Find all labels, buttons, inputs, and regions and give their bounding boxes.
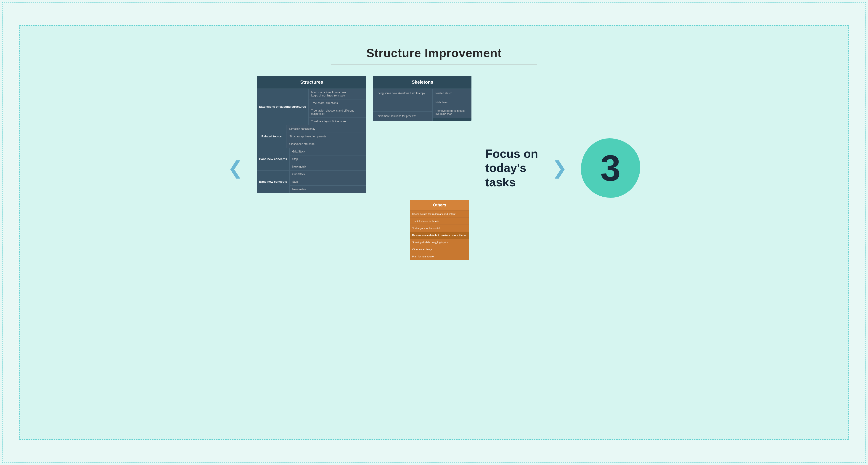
list-item: Check details for trademark and patent — [410, 210, 469, 217]
section-items-1: Mind map - lines from a pointLogic chart… — [309, 89, 367, 125]
number-circle: 3 — [581, 138, 640, 198]
skeletons-left-col: Trying some new skeletons hard to copy T… — [373, 89, 433, 121]
list-item: Plan for near future — [410, 253, 469, 260]
list-item: Mind map - lines from a pointLogic chart… — [309, 89, 367, 99]
list-item: Trying some new skeletons hard to copy — [373, 89, 432, 98]
list-item: Step — [290, 178, 367, 186]
list-item: Close/open structure — [286, 140, 366, 148]
list-item: Tree table - directions and different co… — [309, 107, 367, 118]
structures-table: Structures Extensions of existing struct… — [257, 76, 366, 193]
list-item: Struct range based on parents — [286, 133, 366, 140]
skeletons-table: Skeletons Trying some new skeletons hard… — [373, 76, 471, 121]
list-item: Test alignment horizontal — [410, 225, 469, 232]
list-item: Be sure some details in custom colour th… — [410, 232, 469, 239]
top-tables: Structures Extensions of existing struct… — [257, 76, 471, 193]
skeletons-right-col: Nested struct Hide lines Remove borders … — [433, 89, 471, 121]
tables-container: Structures Extensions of existing struct… — [257, 76, 471, 260]
left-nav-arrow[interactable]: ❮ — [228, 159, 243, 177]
focus-line1: Focus on — [485, 147, 538, 160]
list-item: Think more solutions for preview — [373, 112, 432, 121]
page-title: Structure Improvement — [20, 46, 848, 60]
section-items-2: Direction consistency Struct range based… — [286, 125, 366, 148]
list-item: Grid/Stack — [290, 171, 367, 178]
others-header: Others — [410, 200, 469, 210]
list-item: New matrix — [290, 186, 367, 193]
list-item: Grid/Stack — [290, 148, 367, 155]
right-nav-arrow[interactable]: ❯ — [552, 159, 567, 177]
section-label-1: Extensions of existing structures — [257, 89, 308, 125]
focus-line2: today's — [485, 161, 526, 174]
section-items-3: Grid/Stack Step New matrix — [290, 148, 367, 171]
structures-section-3: Band new concepts Grid/Stack Step New ma… — [257, 148, 366, 171]
focus-text: Focus on today's tasks — [485, 147, 538, 189]
structures-section-4: Band new concepts Grid/Stack Step New ma… — [257, 171, 366, 193]
right-section: Focus on today's tasks ❯ 3 — [485, 138, 640, 198]
title-area: Structure Improvement — [20, 26, 848, 76]
section-label-4: Band new concepts — [257, 171, 289, 193]
others-table: Others Check details for trademark and p… — [410, 200, 469, 260]
skeletons-header: Skeletons — [373, 76, 471, 89]
title-divider — [331, 64, 537, 64]
list-item: New matrix — [290, 163, 367, 170]
list-item — [373, 98, 432, 112]
list-item: Tree chart - directions — [309, 99, 367, 107]
structures-header: Structures — [257, 76, 366, 89]
content-area: ❮ Structures Extensions of existing stru… — [20, 76, 848, 260]
skeletons-body: Trying some new skeletons hard to copy T… — [373, 89, 471, 121]
structures-section-1: Extensions of existing structures Mind m… — [257, 89, 366, 125]
list-item: Direction consistency — [286, 125, 366, 133]
list-item: Remove borders in table-like mind map — [433, 107, 471, 118]
section-items-4: Grid/Stack Step New matrix — [290, 171, 367, 193]
list-item: Other small things — [410, 246, 469, 253]
focus-line3: tasks — [485, 176, 516, 189]
list-item: Step — [290, 155, 367, 163]
section-label-3: Band new concepts — [257, 148, 289, 171]
list-item: Hide lines — [433, 98, 471, 107]
main-card: Structure Improvement ❮ Structures Exten… — [20, 25, 848, 440]
list-item: Think features for bandit — [410, 217, 469, 225]
structures-section-2: Related topics Direction consistency Str… — [257, 125, 366, 148]
list-item: Nested struct — [433, 89, 471, 98]
section-label-2: Related topics — [257, 125, 286, 148]
list-item: Timeline - layout & line types — [309, 118, 367, 125]
list-item: Smart grid while dragging topics — [410, 239, 469, 246]
